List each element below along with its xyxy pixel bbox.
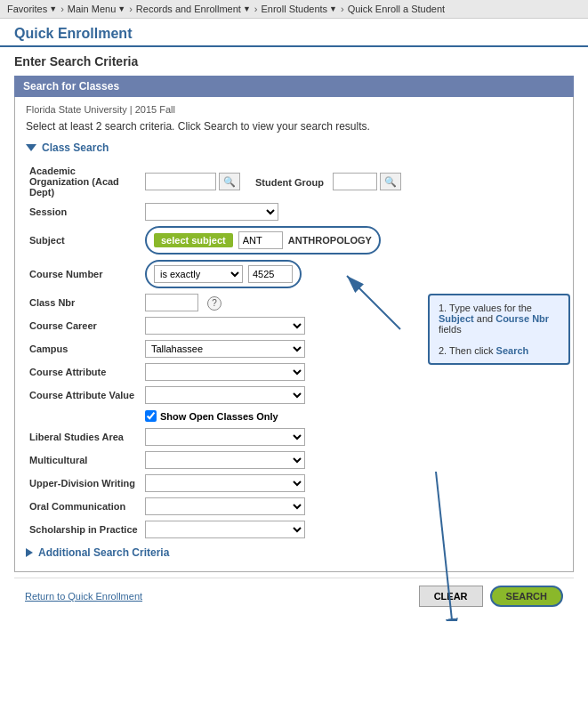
upper-division-row: Upper-Division Writing [26, 472, 562, 495]
upper-division-select[interactable] [145, 474, 305, 492]
search-button[interactable]: SEARCH [490, 586, 563, 607]
multicultural-row: Multicultural [26, 448, 562, 472]
liberal-studies-select[interactable] [145, 428, 305, 446]
footer: Return to Quick Enrollment CLEAR SEARCH [14, 578, 574, 614]
session-row: Session [26, 200, 562, 223]
show-open-row: Show Open Classes Only [26, 407, 562, 425]
clear-button[interactable]: CLEAR [419, 586, 483, 607]
instructions: Select at least 2 search criteria. Click… [26, 120, 562, 133]
session-cell [141, 200, 562, 223]
oral-comm-label: Oral Communication [26, 495, 141, 518]
annotation-course-bold: Course Nbr [495, 313, 549, 324]
nav-sep-3: › [254, 4, 258, 14]
nav-quickenroll-label: Quick Enroll a Student [348, 4, 445, 14]
additional-criteria-label: Additional Search Criteria [38, 546, 169, 559]
session-label: Session [26, 200, 141, 223]
campus-label: Campus [26, 337, 141, 360]
nav-enroll-label: Enroll Students [261, 4, 327, 14]
nav-mainmenu-label: Main Menu [68, 4, 116, 14]
nav-item-main-menu[interactable]: Main Menu ▼ [68, 4, 125, 14]
subject-row: Subject select subject ANTHROPOLOGY [26, 223, 562, 257]
class-nbr-input[interactable] [145, 294, 198, 311]
multicultural-select[interactable] [145, 451, 305, 469]
campus-select[interactable]: Tallahassee [145, 340, 305, 358]
additional-criteria-icon [26, 548, 33, 557]
section-title: Enter Search Criteria [14, 54, 574, 69]
course-attribute-value-label: Course Attribute Value [26, 384, 141, 407]
session-select[interactable] [145, 203, 278, 221]
oral-comm-row: Oral Communication [26, 495, 562, 518]
academic-org-cell: 🔍 Student Group 🔍 [141, 163, 562, 200]
return-link[interactable]: Return to Quick Enrollment [25, 591, 142, 602]
class-search-toggle[interactable]: Class Search [26, 141, 562, 154]
student-group-label: Student Group [255, 177, 324, 188]
additional-criteria-toggle[interactable]: Additional Search Criteria [26, 541, 562, 564]
nav-records-label: Records and Enrollment [136, 4, 241, 14]
nav-item-records[interactable]: Records and Enrollment ▼ [136, 4, 251, 14]
multicultural-cell [141, 448, 562, 472]
page-header: Quick Enrollment [0, 19, 588, 47]
institution-info: Florida State University | 2015 Fall [26, 104, 562, 115]
nav-favorites-label: Favorites [7, 4, 47, 14]
subject-highlight: select subject ANTHROPOLOGY [145, 226, 381, 255]
show-open-label[interactable]: Show Open Classes Only [145, 410, 559, 422]
course-career-select[interactable] [145, 317, 305, 335]
annotation-line2: 2. Then click Search [439, 345, 560, 356]
show-open-cell: Show Open Classes Only [141, 407, 562, 425]
course-number-highlight: is exactly contains is between [145, 260, 302, 288]
subject-name: ANTHROPOLOGY [288, 235, 372, 246]
nav-item-favorites[interactable]: Favorites ▼ [7, 4, 57, 14]
nav-records-arrow: ▼ [243, 4, 251, 13]
nav-favorites-arrow: ▼ [49, 4, 57, 13]
nav-sep-4: › [341, 4, 344, 14]
student-group-input[interactable] [333, 173, 377, 190]
class-nbr-help-icon[interactable]: ? [207, 296, 222, 311]
academic-org-label: Academic Organization (Acad Dept) [26, 163, 141, 200]
annotation-box: 1. Type values for the Subject and Cours… [428, 294, 570, 365]
subject-code-input[interactable] [238, 231, 283, 249]
nav-mainmenu-arrow: ▼ [117, 4, 125, 13]
scholarship-select[interactable] [145, 521, 305, 538]
show-open-checkbox[interactable] [145, 410, 157, 422]
nav-item-enroll[interactable]: Enroll Students ▼ [261, 4, 337, 14]
button-group: CLEAR SEARCH [419, 586, 563, 607]
course-number-label: Course Number [26, 257, 141, 291]
course-career-label: Course Career [26, 314, 141, 337]
academic-org-search-btn[interactable]: 🔍 [219, 173, 240, 190]
course-number-cell: is exactly contains is between [141, 257, 562, 291]
student-group-search-btn[interactable]: 🔍 [380, 173, 401, 190]
subject-cell: select subject ANTHROPOLOGY [141, 223, 562, 257]
toggle-triangle-icon [26, 144, 36, 151]
liberal-studies-row: Liberal Studies Area [26, 425, 562, 448]
oral-comm-cell [141, 495, 562, 518]
annotation-line1: 1. Type values for the Subject and Cours… [439, 303, 560, 335]
page-title: Quick Enrollment [14, 26, 574, 42]
course-attribute-select[interactable] [145, 363, 305, 381]
nav-sep-2: › [129, 4, 133, 14]
course-number-input[interactable] [248, 265, 293, 283]
select-subject-button[interactable]: select subject [154, 233, 233, 247]
nav-enroll-arrow: ▼ [329, 4, 337, 13]
subject-label: Subject [26, 223, 141, 257]
class-search-label: Class Search [42, 141, 109, 154]
course-number-condition-select[interactable]: is exactly contains is between [154, 265, 243, 283]
upper-division-label: Upper-Division Writing [26, 472, 141, 495]
liberal-studies-cell [141, 425, 562, 448]
course-number-row: Course Number is exactly contains is bet… [26, 257, 562, 291]
multicultural-label: Multicultural [26, 448, 141, 472]
academic-org-input[interactable] [145, 173, 216, 190]
liberal-studies-label: Liberal Studies Area [26, 425, 141, 448]
panel-header: Search for Classes [14, 76, 574, 97]
course-attribute-value-row: Course Attribute Value [26, 384, 562, 407]
nav-sep-1: › [60, 4, 64, 14]
scholarship-label: Scholarship in Practice [26, 518, 141, 541]
scholarship-cell [141, 518, 562, 541]
annotation-search-bold: Search [496, 345, 529, 356]
course-attribute-value-select[interactable] [145, 386, 305, 404]
upper-division-cell [141, 472, 562, 495]
nav-item-quick-enroll[interactable]: Quick Enroll a Student [348, 4, 445, 14]
scholarship-row: Scholarship in Practice [26, 518, 562, 541]
course-attribute-label: Course Attribute [26, 360, 141, 384]
show-open-text: Show Open Classes Only [160, 411, 278, 422]
oral-comm-select[interactable] [145, 497, 305, 515]
